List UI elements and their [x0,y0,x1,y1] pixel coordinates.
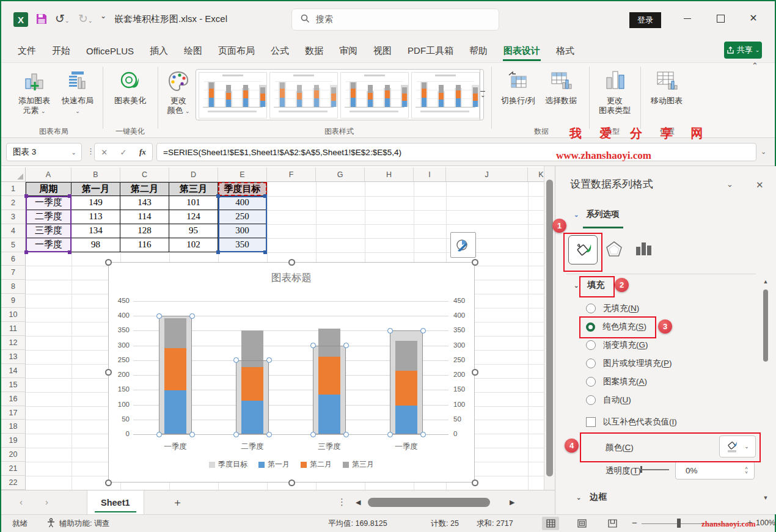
table-data-cell[interactable]: 95 [169,224,218,238]
row-header-20[interactable]: 20 [1,448,26,462]
table-data-cell[interactable]: 101 [169,196,218,210]
column-header-G[interactable]: G [316,167,365,182]
series-selection-handle[interactable] [233,432,239,437]
chart-styles-gallery[interactable]: ⌄ [196,69,484,120]
name-box-dropdown-icon[interactable]: ⌄ [71,149,76,156]
table-data-cell[interactable]: 113 [71,210,120,224]
maximize-button[interactable] [706,1,734,35]
menu-tab-绘图[interactable]: 绘图 [176,39,210,62]
column-header-E[interactable]: E [218,167,267,182]
fill-option-1[interactable]: 无填充(N) [586,299,639,318]
column-header-F[interactable]: F [267,167,316,182]
table-header-cell[interactable]: 第一月 [71,182,120,196]
table-header-cell[interactable]: 第三月 [169,182,218,196]
row-header-12[interactable]: 12 [1,336,26,350]
table-data-cell[interactable]: 102 [169,238,218,252]
radio-icon[interactable] [586,377,596,387]
fill-option-4[interactable]: 图片或纹理填充(P) [586,354,672,373]
table-data-cell[interactable]: 149 [71,196,120,210]
menu-tab-审阅[interactable]: 审阅 [331,39,365,62]
menu-tab-OfficePLUS[interactable]: OfficePLUS [78,39,142,62]
table-data-cell[interactable]: 124 [169,210,218,224]
row-header-14[interactable]: 14 [1,364,26,378]
accessibility-status[interactable]: 辅助功能: 调查 [59,519,109,529]
change-colors-button[interactable]: 更改颜色 ⌄ [164,68,193,116]
row-header-22[interactable]: 22 [1,476,26,490]
column-header-D[interactable]: D [169,167,218,182]
chart-style-thumb[interactable] [340,72,409,118]
transparency-slider[interactable] [641,469,669,470]
page-layout-view-button[interactable] [573,517,590,530]
row-header-8[interactable]: 8 [1,280,26,294]
negative-values-option[interactable]: 以互补色代表负值(I) [586,413,677,431]
row-header-13[interactable]: 13 [1,350,26,364]
chart-resize-handle[interactable] [105,479,112,486]
row-header-15[interactable]: 15 [1,378,26,392]
series-selection-handle[interactable] [387,432,393,437]
tabbar-kebab-icon[interactable]: ⋮ [337,497,346,508]
chart-resize-handle[interactable] [472,479,478,486]
column-header-I[interactable]: I [414,167,446,182]
normal-view-button[interactable] [542,517,559,530]
chart-resize-handle[interactable] [105,369,112,376]
horizontal-scrollbar-thumb[interactable] [368,498,490,507]
table-data-cell[interactable]: 143 [120,196,169,210]
series-selection-handle[interactable] [343,343,349,348]
chart-style-thumb[interactable] [199,72,267,118]
series-options-header[interactable]: ⌄ 系列选项 [574,209,619,220]
save-icon[interactable] [35,13,48,27]
change-chart-type-button[interactable]: 更改图表类型 [595,68,634,115]
menu-tab-帮助[interactable]: 帮助 [461,39,496,62]
chart-resize-handle[interactable] [288,259,295,266]
row-header-2[interactable]: 2 [1,196,26,210]
new-sheet-icon[interactable]: ＋ [172,495,183,509]
transparency-value-input[interactable]: 0% ˄˅ [675,461,755,479]
hscroll-left-icon[interactable]: ◀ [356,498,361,506]
row-header-17[interactable]: 17 [1,406,26,420]
redo-icon[interactable]: ↻⌄ [78,12,92,26]
gallery-more-button[interactable]: ⌄ [480,70,485,120]
radio-icon[interactable] [586,395,596,405]
series-selection-handle[interactable] [233,357,239,363]
border-section-header[interactable]: ⌄ 边框 [576,492,607,503]
transparency-spinner[interactable]: ˄˅ [745,466,748,475]
close-button[interactable]: ✕ [739,1,767,35]
table-data-cell[interactable]: 114 [120,210,169,224]
search-input[interactable]: 搜索 [291,9,499,31]
pane-scroll-up-icon[interactable]: ▲ [763,279,769,285]
table-data-cell[interactable]: 98 [71,238,120,252]
name-box[interactable]: 图表 3 ⌄ [6,143,82,161]
negative-values-checkbox[interactable] [586,417,596,427]
series-selection-handle[interactable] [156,432,162,437]
row-header-9[interactable]: 9 [1,294,26,308]
hscroll-right-icon[interactable]: ▶ [510,498,514,506]
select-all-corner[interactable] [1,167,26,182]
menu-tab-插入[interactable]: 插入 [142,39,176,62]
series-selection-handle[interactable] [387,328,393,333]
series-selection-handle[interactable] [420,432,426,437]
menu-tab-数据[interactable]: 数据 [297,39,331,62]
series-selection-handle[interactable] [420,328,426,333]
vertical-scrollbar[interactable] [544,166,555,490]
column-header-C[interactable]: C [120,167,169,182]
chart-style-thumb[interactable] [411,72,480,118]
series-selection-handle[interactable] [156,313,162,319]
series-selection-handle[interactable] [266,357,272,363]
move-chart-button[interactable]: 移动图表 [646,68,687,106]
radio-icon[interactable] [586,340,596,350]
chart-style-thumb[interactable] [269,72,338,118]
column-header-H[interactable]: H [365,167,414,182]
excel-app-icon[interactable]: X [13,12,28,27]
column-header-A[interactable]: A [26,167,71,182]
formula-input[interactable]: =SERIES(Sheet1!$E$1,Sheet1!$A$2:$A$5,She… [156,143,756,161]
series-selection-handle[interactable] [310,343,316,348]
zoom-in-icon[interactable]: ＋ [745,517,754,528]
login-button[interactable]: 登录 [629,12,661,28]
row-header-6[interactable]: 6 [1,252,26,266]
legend-item-季度目标[interactable]: 季度目标 [209,459,247,470]
pane-scroll-down-icon[interactable]: ▼ [763,495,769,501]
table-data-cell[interactable]: 128 [120,224,169,238]
fill-option-3[interactable]: 渐变填充(G) [586,336,648,354]
menu-tab-开始[interactable]: 开始 [44,39,78,62]
legend-item-第一月[interactable]: 第一月 [258,459,290,470]
